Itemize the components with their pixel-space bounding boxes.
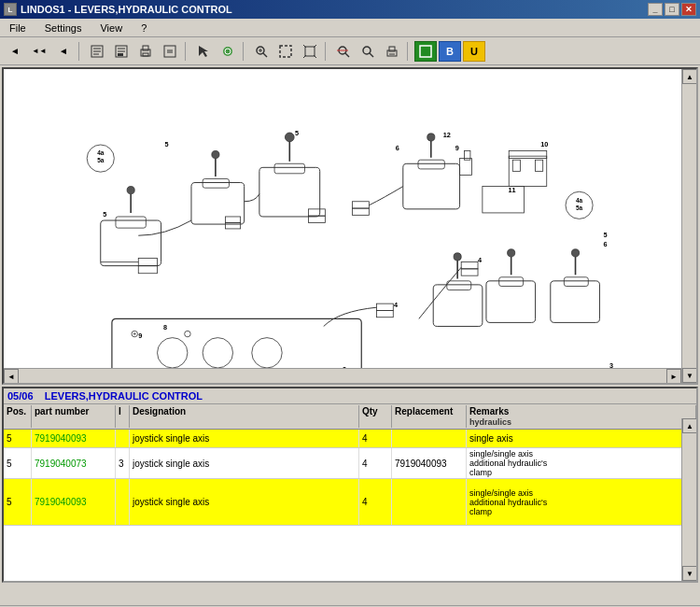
table-scroll-down[interactable]: ▼ [682, 566, 697, 581]
yellow-button[interactable]: U [463, 41, 485, 62]
svg-text:3: 3 [609, 361, 613, 368]
svg-text:9: 9 [138, 332, 142, 340]
svg-point-59 [285, 133, 294, 142]
col-pos: Pos. [4, 405, 32, 428]
menu-settings[interactable]: Settings [39, 21, 88, 35]
table-scrollbar: ▲ ▼ [681, 418, 696, 581]
cell-remarks-3: single/single axis additional hydraulic'… [467, 479, 696, 525]
cell-remarks-1: single axis [467, 430, 696, 447]
zoom-in-button[interactable] [250, 41, 273, 62]
nav-back-button[interactable]: ◄ [4, 41, 26, 62]
blue-button[interactable]: B [439, 41, 461, 62]
menu-bar: File Settings View ? [0, 19, 700, 37]
print-button-1[interactable] [134, 41, 157, 62]
svg-line-31 [370, 53, 373, 57]
diagram-area[interactable]: 4a 5a 5 5 [2, 67, 698, 385]
cell-partnum-1: 7919040093 [32, 430, 116, 447]
col-partnum: part number [32, 405, 116, 428]
zoom-fit-button[interactable] [299, 41, 321, 62]
table-scroll-track [682, 433, 696, 566]
scroll-h-track [19, 369, 666, 383]
svg-point-89 [508, 249, 515, 257]
minimize-button[interactable]: _ [648, 3, 663, 16]
svg-text:9: 9 [455, 144, 459, 152]
parts-diagram: 4a 5a 5 5 [4, 69, 681, 368]
cell-replacement-1 [392, 430, 467, 447]
print-button-2[interactable] [159, 41, 181, 62]
cell-pos-2: 5 [4, 448, 32, 478]
select-tool-button[interactable] [192, 41, 215, 62]
col-designation: Designation [130, 405, 359, 428]
svg-text:8: 8 [163, 323, 167, 332]
search-button-1[interactable] [332, 41, 355, 62]
search-button-2[interactable] [357, 41, 379, 62]
app-icon: L [4, 3, 17, 16]
section-title: LEVERS,HYDRAULIC CONTROL [45, 390, 203, 402]
toolbar: ◄ ◄◄ ◄ B U [0, 37, 700, 65]
green-box-button[interactable] [414, 41, 437, 62]
toolbar-sep-2 [185, 42, 189, 61]
cell-partnum-2: 7919040073 [32, 448, 116, 478]
svg-rect-37 [74, 69, 610, 368]
table-body: 5 7919040093 joystick single axis 4 sing… [4, 430, 696, 579]
cell-replacement-3 [392, 479, 467, 525]
col-remarks-sub: hydraulics [469, 417, 511, 427]
printer-button[interactable] [381, 41, 403, 62]
svg-marker-14 [199, 46, 208, 57]
menu-file[interactable]: File [4, 21, 32, 35]
cell-qty-1: 4 [359, 430, 392, 447]
table-scroll-up[interactable]: ▲ [682, 418, 697, 433]
diagram-scroll: 4a 5a 5 5 [4, 69, 696, 383]
svg-rect-11 [164, 46, 175, 57]
svg-text:4a: 4a [576, 197, 583, 204]
cell-designation-2: joystick single axis [130, 448, 359, 478]
scroll-left-button[interactable]: ◄ [4, 369, 19, 383]
cell-partnum-3: 7919040093 [32, 479, 116, 525]
export-button-1[interactable] [86, 41, 108, 62]
toolbar-sep-5 [407, 42, 411, 61]
cell-indicator-1 [116, 430, 130, 447]
svg-rect-21 [280, 46, 291, 57]
table-section-header: 05/06 LEVERS,HYDRAULIC CONTROL [4, 388, 696, 404]
cell-remarks-2: single/single axis additional hydraulic'… [467, 448, 696, 478]
svg-point-100 [454, 253, 461, 261]
svg-point-44 [127, 187, 134, 194]
zoom-box-button[interactable] [274, 41, 297, 62]
nav-prev-button[interactable]: ◄ [52, 41, 75, 62]
toolbar-sep-4 [325, 42, 329, 61]
svg-text:11: 11 [508, 186, 515, 194]
scroll-down-button[interactable]: ▼ [682, 368, 696, 383]
cell-pos-3: 5 [4, 479, 32, 525]
table-row[interactable]: 5 7919040093 joystick single axis 4 sing… [4, 430, 696, 448]
parts-table-area: 05/06 LEVERS,HYDRAULIC CONTROL Pos. part… [2, 387, 698, 583]
col-indicator: I [116, 405, 130, 428]
close-button[interactable]: ✕ [681, 3, 696, 16]
svg-text:5: 5 [165, 140, 169, 148]
svg-line-28 [345, 53, 349, 57]
zoom-circle-button[interactable] [217, 41, 239, 62]
svg-text:4a: 4a [97, 149, 105, 156]
col-qty: Qty [359, 405, 392, 428]
scroll-right-button[interactable]: ► [666, 369, 681, 383]
cell-replacement-2: 7919040093 [392, 448, 467, 478]
table-row[interactable]: 5 7919040073 3 joystick single axis 4 79… [4, 448, 696, 479]
col-replacement: Replacement [392, 405, 467, 428]
menu-view[interactable]: View [94, 21, 128, 35]
cell-indicator-2: 3 [116, 448, 130, 478]
cell-designation-1: joystick single axis [130, 430, 359, 447]
svg-point-52 [212, 150, 219, 158]
title-bar: L LINDOS1 - LEVERS,HYDRAULIC CONTROL _ □… [0, 0, 700, 19]
maximize-button[interactable]: □ [665, 3, 679, 16]
cell-qty-2: 4 [359, 448, 392, 478]
menu-help[interactable]: ? [135, 21, 152, 35]
svg-text:5a: 5a [576, 205, 583, 211]
table-row[interactable]: 5 7919040093 joystick single axis 4 sing… [4, 479, 696, 526]
svg-text:6: 6 [603, 240, 607, 248]
cell-pos-1: 5 [4, 430, 32, 447]
nav-first-button[interactable]: ◄◄ [28, 41, 50, 62]
scroll-up-button[interactable]: ▲ [682, 69, 696, 84]
col-remarks: Remarks hydraulics [467, 405, 696, 428]
vertical-scrollbar: ▲ ▼ [681, 69, 696, 383]
svg-text:12: 12 [443, 131, 451, 139]
export-button-2[interactable] [110, 41, 133, 62]
